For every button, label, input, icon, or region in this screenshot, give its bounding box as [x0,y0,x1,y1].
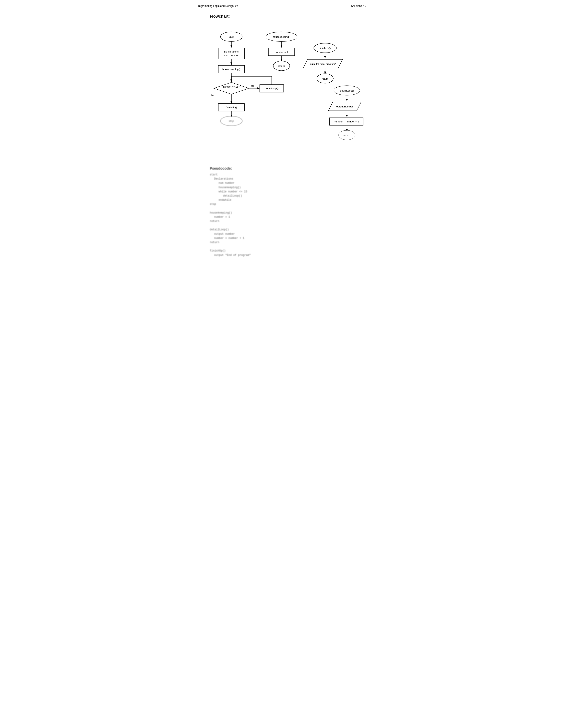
hk-start-label: housekeeping() [272,35,291,38]
num-inc-label: number = number + 1 [334,120,359,123]
header-right: Solutions 5-2 [351,4,367,8]
flowchart-title: Flowchart: [210,14,367,19]
dl-start-label: detailLoop() [340,89,354,92]
fu-return-label: return [322,77,329,80]
fu-call-label: finishUp() [226,106,237,109]
output-num-label: output number [336,105,353,108]
decl-label2: num number [224,54,239,57]
decl-label: Declarations [224,50,239,53]
cond-label: number <= 15? [223,85,239,88]
num-assign-label: number = 1 [275,51,288,54]
header-left: Programming Logic and Design, 9e [196,4,238,8]
svg-marker-7 [214,83,249,94]
flowchart-svg: start Declarations num number housekeepi… [196,23,367,160]
stop-label: stop [229,119,234,123]
output-end-label: output "End of program" [310,63,336,65]
fu-start-label: finishUp() [320,47,331,50]
page-header: Programming Logic and Design, 9e Solutio… [196,4,367,8]
svg-rect-3 [218,48,244,59]
dl-call-label: detailLoop() [265,87,278,90]
hk-return-label: return [278,64,285,68]
start-label: start [228,35,234,38]
pseudocode-block: start Declarations num number housekeepi… [210,173,367,257]
dl-return-label: return [344,134,351,137]
yes-label: Yes [250,84,254,87]
pseudocode-section: Pseudocode: start Declarations num numbe… [196,167,367,257]
pseudocode-title: Pseudocode: [210,167,367,171]
no-label: No [211,94,214,96]
flowchart-area: start Declarations num number housekeepi… [196,23,367,160]
hk-call-label: housekeeping() [222,68,240,71]
